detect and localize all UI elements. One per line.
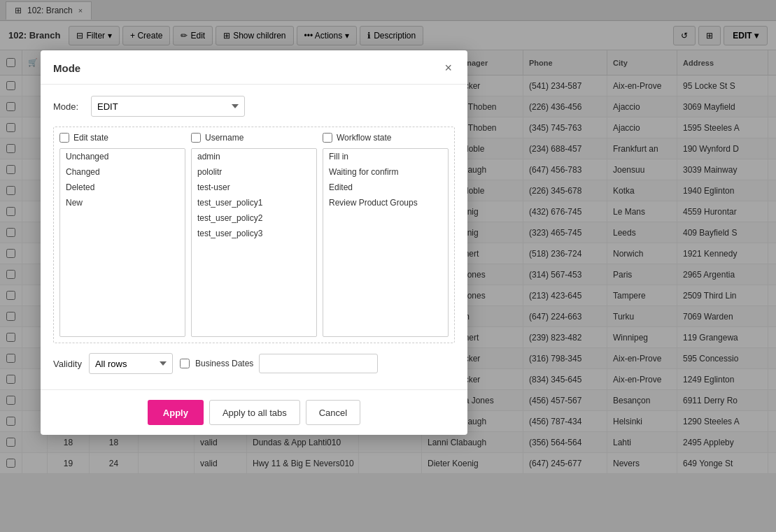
- workflow-state-header: Workflow state: [323, 133, 449, 143]
- apply-to-tabs-button[interactable]: Apply to all tabs: [209, 400, 300, 425]
- modal-close-button[interactable]: ×: [442, 60, 455, 76]
- validity-row: Validity All rows Valid only Invalid onl…: [53, 353, 455, 374]
- list-item[interactable]: admin: [192, 149, 316, 164]
- edit-state-header: Edit state: [59, 133, 185, 143]
- list-item[interactable]: test-user: [192, 180, 316, 195]
- list-item[interactable]: Changed: [60, 164, 185, 180]
- mode-field-label: Mode:: [53, 101, 84, 112]
- business-dates-input[interactable]: [259, 354, 378, 373]
- username-label: Username: [205, 133, 244, 143]
- list-item[interactable]: Review Product Groups: [323, 195, 448, 210]
- validity-select[interactable]: All rows Valid only Invalid only: [89, 353, 173, 374]
- mode-modal: Mode × Mode: EDIT READ HISTORY E: [41, 50, 467, 435]
- list-item[interactable]: test_user_policy3: [192, 226, 316, 241]
- business-dates-row: Business Dates: [180, 354, 378, 373]
- username-checkbox[interactable]: [191, 133, 201, 143]
- workflow-state-column: Workflow state Fill in Waiting for confi…: [323, 133, 449, 337]
- list-item[interactable]: test_user_policy2: [192, 210, 316, 226]
- modal-footer: Apply Apply to all tabs Cancel: [41, 389, 467, 435]
- username-header: Username: [191, 133, 317, 143]
- edit-state-list[interactable]: Unchanged Changed Deleted New: [59, 148, 185, 337]
- modal-title: Mode: [53, 62, 80, 74]
- list-item[interactable]: Edited: [323, 180, 448, 195]
- mode-row: Mode: EDIT READ HISTORY: [53, 96, 455, 117]
- workflow-state-checkbox[interactable]: [323, 133, 332, 143]
- list-item[interactable]: Waiting for confirm: [323, 164, 448, 180]
- validity-label: Validity: [53, 359, 82, 369]
- workflow-state-label: Workflow state: [337, 133, 391, 143]
- apply-button[interactable]: Apply: [148, 400, 204, 425]
- modal-overlay: Mode × Mode: EDIT READ HISTORY E: [0, 0, 776, 532]
- edit-state-checkbox[interactable]: [59, 133, 69, 143]
- username-column: Username admin pololitr test-user test_u…: [191, 133, 317, 337]
- list-item[interactable]: Unchanged: [60, 149, 185, 164]
- list-item[interactable]: Fill in: [323, 149, 448, 164]
- list-item[interactable]: Deleted: [60, 180, 185, 195]
- list-item[interactable]: test_user_policy1: [192, 195, 316, 210]
- edit-state-column: Edit state Unchanged Changed Deleted New: [59, 133, 185, 337]
- cancel-button[interactable]: Cancel: [306, 400, 360, 425]
- workflow-state-list[interactable]: Fill in Waiting for confirm Edited Revie…: [323, 148, 449, 337]
- filter-columns-container: Edit state Unchanged Changed Deleted New…: [53, 127, 455, 343]
- business-dates-label: Business Dates: [195, 359, 253, 368]
- mode-select[interactable]: EDIT READ HISTORY: [91, 96, 245, 117]
- business-dates-checkbox[interactable]: [180, 359, 190, 368]
- list-item[interactable]: pololitr: [192, 164, 316, 180]
- username-list[interactable]: admin pololitr test-user test_user_polic…: [191, 148, 317, 337]
- edit-state-label: Edit state: [73, 133, 108, 143]
- modal-header: Mode ×: [41, 50, 467, 85]
- list-item[interactable]: New: [60, 195, 185, 210]
- modal-body: Mode: EDIT READ HISTORY Edit state Uncha…: [41, 85, 467, 389]
